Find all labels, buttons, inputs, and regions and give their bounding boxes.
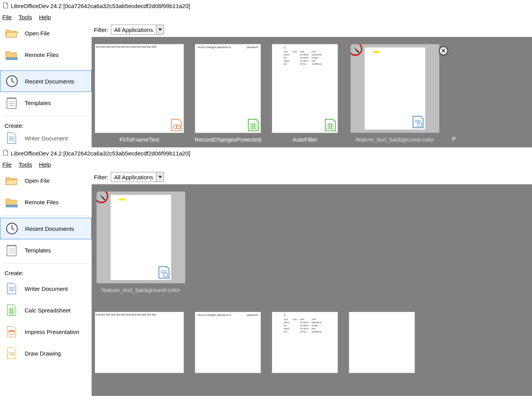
sidebar-writer-partial[interactable]: Writer Document [0, 130, 92, 146]
thumbnail: 2 col1col2col3col4start110 aEndstartAend… [272, 44, 338, 133]
thumbnail: test test test test test test test test … [95, 312, 184, 373]
sidebar-label: Impress Presentation [25, 329, 79, 335]
thumbnail-selected [96, 191, 186, 284]
recent-doc-selected[interactable]: feature_text_background-color [349, 44, 441, 143]
calc-file-icon [325, 119, 336, 131]
sidebar-remote-files[interactable]: Remote Files [0, 44, 92, 65]
separator [3, 116, 89, 116]
sidebar-label: Open File [25, 177, 50, 184]
sidebar-remote-files[interactable]: Remote Files [0, 191, 92, 213]
sidebar-recent-documents[interactable]: Recent Documents [0, 218, 92, 239]
writer-icon [5, 282, 18, 295]
thumbnail: record changes password is password [195, 312, 261, 373]
menu-help[interactable]: Help [39, 161, 51, 168]
menu-tools[interactable]: Tools [18, 161, 32, 168]
titlebar: LibreOfficeDev 24.2 [0ca72642ca6a32c53ab… [0, 0, 532, 12]
menu-help[interactable]: Help [39, 14, 51, 20]
sidebar-label: Recent Documents [25, 225, 74, 232]
thumb-label: feature_text_background-color [102, 287, 180, 293]
sidebar-label: Draw Drawing [25, 350, 61, 357]
sidebar-recent-documents[interactable]: Recent Documents [0, 70, 92, 92]
sidebar-label: Templates [25, 100, 51, 106]
chevron-down-icon[interactable] [156, 172, 164, 182]
thumb-label: FitToFrameText [119, 136, 159, 143]
sidebar-label: Open File [25, 30, 50, 37]
content-row: Open File Remote Files Recent Documents [0, 170, 532, 396]
separator [3, 215, 89, 215]
recent-doc-selected[interactable]: feature_text_background-color [95, 191, 187, 293]
thumbnail-selected [350, 44, 440, 133]
sidebar-templates[interactable]: Templates [0, 92, 92, 114]
remove-recent-button[interactable] [439, 46, 448, 55]
sidebar-open-file[interactable]: Open File [0, 22, 92, 44]
calc-file-icon [248, 119, 259, 131]
doc-preview-text: test test test test test test test test … [95, 44, 184, 49]
sidebar-draw[interactable]: Draw Drawing [0, 342, 92, 364]
clock-icon [5, 222, 19, 235]
writer-file-icon [158, 266, 170, 279]
recent-doc[interactable]: record changes password is password Reco… [195, 44, 261, 143]
page-num: 2 [284, 46, 285, 49]
thumbnail: 2 col1col2col3col4start110 aEndstartAend… [272, 312, 338, 373]
sidebar-label: Remote Files [25, 199, 59, 205]
sidebar-impress[interactable]: Impress Presentation [0, 321, 92, 342]
sidebar-open-file[interactable]: Open File [0, 170, 92, 191]
window-title: LibreOfficeDev 24.2 [0ca72642ca6a32c53ab… [11, 3, 190, 9]
writer-icon [5, 131, 18, 145]
menubar: File Tools Help [0, 159, 532, 170]
doc-preview-table: col1col2col3col4start110 aEndstartAendfo… [272, 312, 338, 334]
folder-open-icon [5, 174, 18, 187]
filter-dropdown[interactable]: All Applications [111, 25, 164, 35]
sidebar: Open File Remote Files Recent Documents [0, 22, 92, 147]
highlight-mark [119, 199, 126, 200]
writer-file-icon [412, 116, 424, 128]
menu-file[interactable]: File [2, 14, 12, 20]
thumb-label: RecordChangesProtected [195, 136, 261, 143]
menubar: File Tools Help [0, 12, 532, 22]
thumbnail [349, 312, 415, 373]
doc-preview-table: col1col2col3col4start110 aEndstartAendfo… [272, 44, 338, 66]
filter-row: Filter: All Applications [92, 22, 532, 37]
recent-doc[interactable]: test test test test test test test test … [95, 312, 184, 373]
thumb-label-partial: P [452, 135, 455, 143]
window-top: LibreOfficeDev 24.2 [0ca72642ca6a32c53ab… [0, 0, 532, 147]
highlight-mark [373, 51, 380, 53]
sidebar-calc[interactable]: Calc Spreadsheet [0, 299, 92, 321]
content-row: Open File Remote Files Recent Documents [0, 22, 532, 147]
window-bottom: LibreOfficeDev 24.2 [0ca72642ca6a32c53ab… [0, 147, 532, 396]
recent-doc[interactable] [349, 312, 415, 373]
recent-gallery: feature_text_background-color test test … [92, 184, 532, 396]
app-icon [2, 2, 8, 10]
draw-icon [5, 346, 18, 360]
thumb-label: AutoFilter [293, 136, 317, 143]
recent-doc[interactable]: 2 col1col2col3col4start110 aEndstartAend… [272, 312, 338, 373]
menu-file[interactable]: File [2, 161, 12, 168]
sidebar-label: Calc Spreadsheet [25, 307, 70, 314]
thumb-label: feature_text_background-color [356, 136, 434, 143]
window-title: LibreOfficeDev 24.2 [0ca72642ca6a32c53ab… [11, 150, 190, 157]
sidebar-label: Writer Document [25, 285, 68, 292]
filter-dropdown[interactable]: All Applications [111, 172, 164, 182]
impress-icon [5, 325, 18, 339]
titlebar: LibreOfficeDev 24.2 [0ca72642ca6a32c53ab… [0, 147, 532, 159]
filter-value: All Applications [111, 27, 156, 33]
chevron-down-icon[interactable] [156, 25, 164, 34]
filter-row: Filter: All Applications [92, 170, 532, 184]
menu-tools[interactable]: Tools [18, 14, 32, 20]
thumbnail: record changes password is password [195, 44, 261, 133]
recent-gallery: test test test test test test test test … [92, 37, 532, 147]
recent-doc[interactable]: test test test test test test test test … [95, 44, 184, 143]
sidebar-label: Recent Documents [25, 78, 74, 85]
templates-icon [5, 96, 18, 110]
recent-doc[interactable]: record changes password is password [195, 312, 261, 373]
separator [3, 263, 89, 264]
impress-file-icon [171, 119, 182, 131]
filter-value: All Applications [111, 174, 156, 180]
sidebar-templates[interactable]: Templates [0, 239, 92, 261]
templates-icon [5, 243, 18, 257]
remote-folder-icon [5, 195, 18, 209]
sidebar-writer[interactable]: Writer Document [0, 278, 92, 299]
remote-folder-icon [5, 48, 18, 62]
filter-label: Filter: [94, 27, 109, 33]
recent-doc[interactable]: 2 col1col2col3col4start110 aEndstartAend… [272, 44, 338, 143]
